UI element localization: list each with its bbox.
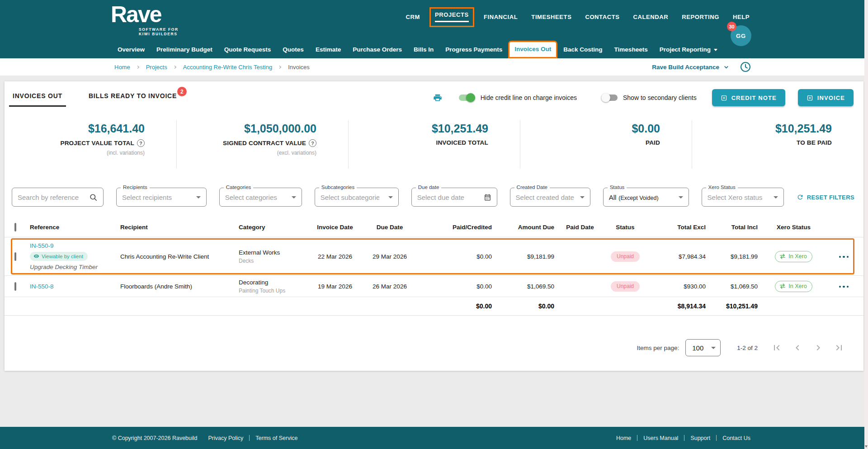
chevron-down-icon <box>714 49 717 51</box>
privacy-policy-link[interactable]: Privacy Policy <box>208 435 244 441</box>
invoice-reference-link[interactable]: IN-550-8 <box>30 283 54 290</box>
search-input[interactable] <box>18 194 89 201</box>
calendar-icon <box>484 194 491 201</box>
previous-page-button[interactable] <box>792 342 803 353</box>
invoice-description: Upgrade Decking Timber <box>30 264 98 270</box>
created-date-filter[interactable]: Created Date Select created date <box>510 188 590 207</box>
top-nav-crm[interactable]: CRM <box>406 14 420 20</box>
toggle-hide-credit-line[interactable] <box>459 93 475 102</box>
top-nav-reporting[interactable]: REPORTING <box>682 14 719 20</box>
project-nav: Overview Preliminary Budget Quote Reques… <box>112 41 723 58</box>
tab-bills-ready-to-invoice[interactable]: BILLS READY TO INVOICE 2 <box>85 89 180 105</box>
project-nav-timesheets[interactable]: Timesheets <box>609 42 654 58</box>
plus-box-icon <box>721 95 727 101</box>
build-selector[interactable]: Rave Build Acceptance <box>652 64 730 71</box>
row-actions-menu[interactable] <box>837 253 851 261</box>
scroll-down-arrow-icon <box>865 445 868 448</box>
caret-down-icon <box>679 196 683 199</box>
categories-filter[interactable]: Categories Select categories <box>219 188 302 207</box>
search-icon[interactable] <box>89 193 98 202</box>
breadcrumb-project-name[interactable]: Accounting Re-Write Chris Testing <box>183 64 273 71</box>
breadcrumb-projects[interactable]: Projects <box>146 64 167 71</box>
project-nav-purchase-orders[interactable]: Purchase Orders <box>347 42 408 58</box>
logo-tagline: SOFTWARE FOR KIWI BUILDERS <box>139 27 179 36</box>
table-row: IN-550-9 Viewable by client Upgrade Deck… <box>5 237 863 276</box>
paid-credited: $0.00 <box>417 283 497 290</box>
project-nav-quote-requests[interactable]: Quote Requests <box>218 42 277 58</box>
help-icon[interactable]: ? <box>309 139 316 147</box>
recipients-filter[interactable]: Recipients Select recipients <box>116 188 207 207</box>
tab-invoices-out[interactable]: INVOICES OUT <box>9 89 66 107</box>
row-checkbox[interactable] <box>14 252 16 261</box>
rave-logo[interactable]: Rave SOFTWARE FOR KIWI BUILDERS <box>111 3 179 36</box>
footer-contact-us-link[interactable]: Contact Us <box>722 435 750 441</box>
items-per-page-select[interactable]: 100 <box>685 339 721 356</box>
print-button[interactable] <box>433 93 443 103</box>
top-nav-contacts[interactable]: CONTACTS <box>585 14 619 20</box>
status-filter[interactable]: Status All (Except Voided) <box>603 188 689 207</box>
caret-down-icon <box>580 196 585 199</box>
project-nav-quotes[interactable]: Quotes <box>277 42 310 58</box>
help-icon[interactable]: ? <box>137 139 145 147</box>
in-xero-badge[interactable]: In Xero <box>775 281 812 292</box>
invoice-reference-link[interactable]: IN-550-9 <box>30 242 54 249</box>
toggle-show-secondary-clients-label: Show to secondary clients <box>623 94 697 101</box>
toggle-show-secondary-clients[interactable] <box>601 93 618 102</box>
page: Rave SOFTWARE FOR KIWI BUILDERS CRM PROJ… <box>0 0 868 449</box>
vertical-scrollbar[interactable] <box>864 0 868 449</box>
project-nav-overview[interactable]: Overview <box>112 42 151 58</box>
subcategories-filter[interactable]: Subcategories Select subcategories <box>315 188 399 207</box>
project-nav-invoices-out[interactable]: Invoices Out <box>508 41 557 58</box>
tabs-row: INVOICES OUT BILLS READY TO INVOICE 2 Hi… <box>5 81 863 107</box>
breadcrumb-separator-icon <box>173 65 178 70</box>
project-nav-project-reporting[interactable]: Project Reporting <box>654 42 723 58</box>
summary-project-value-total: $16,641.40 PROJECT VALUE TOTAL? (incl. v… <box>5 120 176 169</box>
top-nav-projects[interactable]: PROJECTS <box>429 7 474 27</box>
row-checkbox[interactable] <box>14 282 16 291</box>
xero-status-filter[interactable]: Xero Status Select Xero status <box>702 188 784 207</box>
credit-note-button[interactable]: CREDIT NOTE <box>712 89 785 106</box>
footer-home-link[interactable]: Home <box>616 435 631 441</box>
project-value-total: $16,641.40 <box>9 122 145 135</box>
toggle-hide-credit-line-label: Hide credit line on charge invoices <box>481 94 577 101</box>
viewable-by-client-chip: Viewable by client <box>30 252 88 261</box>
top-nav-help[interactable]: HELP <box>733 14 750 20</box>
top-nav-calendar[interactable]: CALENDAR <box>633 14 668 20</box>
project-nav-estimate[interactable]: Estimate <box>310 42 347 58</box>
first-page-button[interactable] <box>771 342 782 353</box>
invoice-button[interactable]: INVOICE <box>798 89 854 106</box>
invoices-card: INVOICES OUT BILLS READY TO INVOICE 2 Hi… <box>5 81 863 371</box>
last-page-button[interactable] <box>834 342 844 353</box>
project-nav-preliminary-budget[interactable]: Preliminary Budget <box>151 42 218 58</box>
in-xero-badge[interactable]: In Xero <box>775 251 812 262</box>
project-nav-bills-in[interactable]: Bills In <box>408 42 439 58</box>
first-page-icon <box>771 342 782 353</box>
select-all-checkbox[interactable] <box>14 223 16 232</box>
chevron-down-icon <box>723 64 730 71</box>
row-actions-menu[interactable] <box>837 283 851 291</box>
caret-down-icon <box>711 347 716 349</box>
refresh-icon <box>797 194 804 201</box>
status-badge: Unpaid <box>611 251 640 262</box>
reset-filters-button[interactable]: RESET FILTERS <box>797 194 854 201</box>
search-input-wrap <box>12 188 104 207</box>
invoice-recipient: Chris Accounting Re-Write Client <box>120 253 239 260</box>
invoice-category: Decorating Painting Touch Ups <box>239 279 307 294</box>
tabs: INVOICES OUT BILLS READY TO INVOICE 2 <box>9 89 180 107</box>
toolbar: Hide credit line on charge invoices Show… <box>433 89 854 106</box>
breadcrumb-home[interactable]: Home <box>114 64 130 71</box>
col-header-paid-credited: Paid/Credited <box>417 224 497 231</box>
top-nav-timesheets[interactable]: TIMESHEETS <box>531 14 571 20</box>
history-clock-button[interactable] <box>740 61 751 73</box>
due-date-filter[interactable]: Due date Select due date <box>411 188 497 207</box>
top-nav-financial[interactable]: FINANCIAL <box>484 14 518 20</box>
next-page-button[interactable] <box>813 342 824 353</box>
caret-down-icon <box>196 196 201 199</box>
project-nav-back-costing[interactable]: Back Costing <box>557 42 608 58</box>
paid-total: $0.00 <box>525 122 660 135</box>
footer-users-manual-link[interactable]: Users Manual <box>643 435 678 441</box>
project-nav-progress-payments[interactable]: Progress Payments <box>439 42 508 58</box>
footer-support-link[interactable]: Support <box>690 435 710 441</box>
user-menu[interactable]: 30 GG <box>731 25 751 46</box>
terms-of-service-link[interactable]: Terms of Service <box>255 435 297 441</box>
